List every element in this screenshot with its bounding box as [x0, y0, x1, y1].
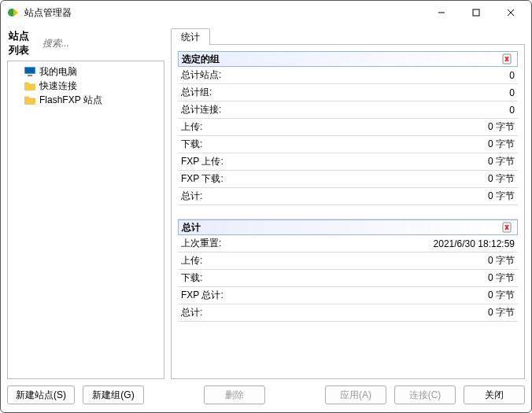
- apply-button[interactable]: 应用(A): [325, 385, 386, 404]
- stat-value: 0 字节: [280, 253, 518, 270]
- new-site-button[interactable]: 新建站点(S): [7, 385, 75, 404]
- table-row: 上传:0 字节: [178, 253, 518, 270]
- table-row: 总计站点:0: [178, 67, 518, 84]
- table-row: 总计组:0: [178, 84, 518, 101]
- stat-key: 下载:: [178, 136, 280, 153]
- tree-item-my-computer[interactable]: 我的电脑: [9, 65, 162, 79]
- table-row: 下载:0 字节: [178, 136, 518, 153]
- minimize-button[interactable]: [424, 1, 459, 24]
- stat-value: 0 字节: [280, 171, 518, 188]
- tree-twisty: [11, 94, 20, 106]
- table-row: 总计:0 字节: [178, 304, 518, 322]
- table-row: FXP 下载:0 字节: [178, 171, 518, 188]
- stat-key: 上传:: [178, 253, 280, 270]
- stat-key: 上次重置:: [178, 235, 280, 253]
- stat-key: 下载:: [178, 270, 280, 287]
- button-label: 应用(A): [340, 389, 371, 402]
- section-header-selected-group: 选定的组: [178, 51, 518, 67]
- section-header-total: 总计: [178, 219, 518, 235]
- tree-item-label: 我的电脑: [39, 65, 77, 78]
- maximize-button[interactable]: [459, 1, 493, 24]
- button-label: 新建站点(S): [16, 389, 66, 402]
- stat-key: FXP 上传:: [178, 153, 280, 171]
- sidebar-header: 站点列表: [7, 28, 164, 61]
- tree-item-label: 快速连接: [39, 79, 77, 92]
- selected-group-table: 总计站点:0 总计组:0 总计连接:0 上传:0 字节 下载:0 字节 FXP …: [178, 67, 518, 219]
- stat-value: 0 字节: [280, 119, 518, 136]
- svg-rect-6: [25, 68, 35, 73]
- tree-twisty: [11, 79, 20, 92]
- table-row: 下载:0 字节: [178, 270, 518, 287]
- stat-key: 总计组:: [178, 84, 280, 101]
- tab-label: 统计: [181, 31, 200, 42]
- button-label: 删除: [225, 389, 244, 402]
- svg-rect-7: [28, 75, 32, 76]
- table-row: FXP 总计:0 字节: [178, 287, 518, 304]
- sidebar-title: 站点列表: [9, 29, 36, 57]
- folder-icon: [24, 79, 36, 92]
- connect-button[interactable]: 连接(C): [394, 385, 456, 404]
- table-row: 总计:0 字节: [178, 188, 518, 205]
- folder-icon: [24, 94, 36, 106]
- clear-total-button[interactable]: [501, 221, 514, 234]
- stat-value: 0 字节: [280, 136, 518, 153]
- clear-selected-group-button[interactable]: [501, 53, 514, 65]
- stat-value: 0 字节: [280, 270, 518, 287]
- window-title: 站点管理器: [24, 6, 72, 20]
- stat-key: 总计:: [178, 188, 280, 205]
- app-icon: [7, 6, 20, 19]
- section-title: 选定的组: [182, 53, 501, 66]
- svg-rect-2: [473, 9, 479, 16]
- search-input[interactable]: [41, 37, 163, 50]
- total-table: 上次重置:2021/6/30 18:12:59 上传:0 字节 下载:0 字节 …: [178, 235, 518, 322]
- stat-key: FXP 下载:: [178, 171, 280, 188]
- close-dialog-button[interactable]: 关闭: [464, 385, 525, 404]
- stat-value: 0 字节: [280, 287, 518, 304]
- tree-item-quick-connect[interactable]: 快速连接: [9, 79, 162, 93]
- table-row: FXP 上传:0 字节: [178, 153, 518, 171]
- stat-key: 总计:: [178, 304, 280, 322]
- new-group-button[interactable]: 新建组(G): [83, 385, 144, 404]
- stat-value: 0: [280, 84, 518, 101]
- tree-twisty: [11, 65, 20, 78]
- stat-value: 0: [280, 101, 518, 119]
- tree-item-flashfxp-sites[interactable]: FlashFXP 站点: [9, 93, 162, 107]
- stat-value: 0 字节: [280, 188, 518, 205]
- titlebar: 站点管理器: [1, 1, 531, 24]
- stat-value: 0: [280, 67, 518, 84]
- button-label: 关闭: [485, 389, 504, 402]
- footer: 新建站点(S) 新建组(G) 删除 应用(A) 连接(C) 关闭: [1, 381, 531, 412]
- section-title: 总计: [182, 221, 501, 234]
- table-row: 上传:0 字节: [178, 119, 518, 136]
- stat-value: 0 字节: [280, 153, 518, 171]
- tree-item-label: FlashFXP 站点: [39, 94, 102, 106]
- stat-value: 0 字节: [280, 304, 518, 322]
- close-button[interactable]: [493, 1, 528, 24]
- stats-panel: 选定的组 总计站点:0 总计组:0 总计连接:0 上传:0 字节 下载:0 字节…: [171, 45, 525, 379]
- button-label: 新建组(G): [92, 389, 134, 402]
- stat-key: FXP 总计:: [178, 287, 280, 304]
- monitor-icon: [24, 65, 36, 78]
- stat-value: 2021/6/30 18:12:59: [280, 235, 518, 253]
- tabstrip: 统计: [171, 28, 525, 45]
- site-tree[interactable]: 我的电脑 快速连接 FlashFXP 站点: [7, 61, 164, 379]
- tab-statistics[interactable]: 统计: [171, 28, 210, 46]
- stat-key: 总计连接:: [178, 101, 280, 119]
- delete-button[interactable]: 删除: [204, 385, 265, 404]
- button-label: 连接(C): [409, 389, 441, 402]
- table-row: 总计连接:0: [178, 101, 518, 119]
- table-row: 上次重置:2021/6/30 18:12:59: [178, 235, 518, 253]
- stat-key: 上传:: [178, 119, 280, 136]
- stat-key: 总计站点:: [178, 67, 280, 84]
